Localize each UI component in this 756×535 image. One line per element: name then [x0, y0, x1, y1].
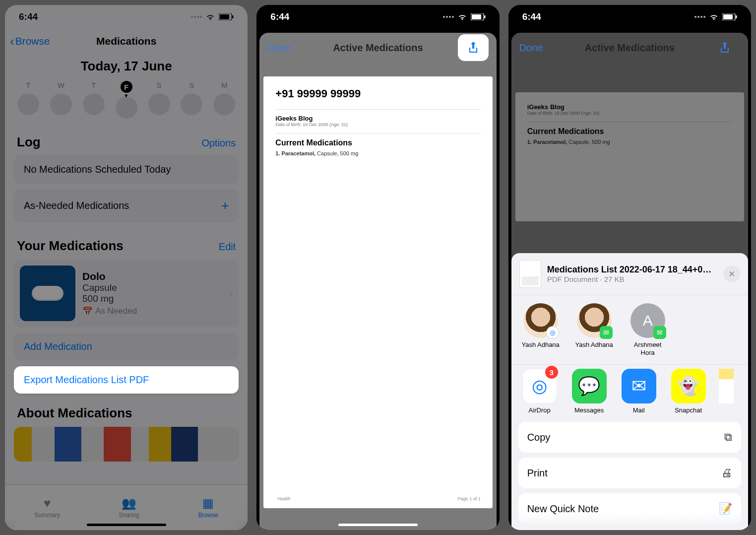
notes-icon [719, 369, 734, 403]
add-medication-button[interactable]: Add Medication [14, 333, 239, 360]
medication-strength: 500 mg [82, 293, 223, 304]
status-bar: 6:44 [508, 5, 751, 29]
messages-badge-icon: ✉ [653, 326, 666, 339]
svg-rect-8 [736, 15, 737, 18]
wifi-icon [709, 13, 719, 21]
status-time: 6:44 [19, 11, 38, 22]
share-contact[interactable]: ◎ Yash Adhana [520, 303, 561, 356]
status-bar: 6:44 [5, 5, 248, 29]
share-contacts-row[interactable]: ◎ Yash Adhana ✉ Yash Adhana A✉ Arshmeet … [511, 295, 748, 364]
share-file-meta: PDF Document · 27 KB [547, 275, 717, 283]
status-time: 6:44 [522, 11, 541, 22]
pdf-section: Current Medications [275, 138, 480, 147]
battery-icon [219, 13, 234, 20]
file-icon [519, 260, 541, 288]
heart-icon: ♥ [44, 496, 51, 510]
pdf-patient-name: iGeeks Blog [275, 115, 480, 122]
nav-bar: ‹ Browse Medications [5, 29, 248, 54]
sheet-title: Active Medications [333, 42, 423, 54]
log-title: Log [17, 134, 41, 150]
snapchat-icon: 👻 [671, 369, 706, 403]
share-app-messages[interactable]: 💬 Messages [570, 369, 609, 414]
sheet-title: Active Medications [585, 42, 675, 54]
avatar: A✉ [630, 303, 665, 338]
action-copy[interactable]: Copy ⧉ [518, 422, 741, 453]
pdf-page: iGeeks Blog Date of Birth: 19 Dec 2000 (… [515, 92, 744, 221]
share-app-snapchat[interactable]: 👻 Snapchat [669, 369, 708, 414]
tab-summary[interactable]: ♥Summary [34, 496, 60, 519]
copy-icon: ⧉ [724, 431, 732, 444]
pdf-footer-brand: Health [275, 496, 290, 501]
chevron-left-icon: ‹ [10, 35, 14, 48]
medication-card[interactable]: Dolo Capsule 500 mg 📅As Needed › [14, 260, 239, 327]
tab-sharing[interactable]: 👥Sharing [119, 496, 139, 519]
date-header: Today, 17 June [5, 59, 248, 74]
medication-image [20, 266, 75, 321]
back-button[interactable]: ‹ Browse [10, 35, 50, 48]
home-indicator[interactable] [87, 524, 166, 526]
status-time: 6:44 [270, 11, 289, 22]
export-pdf-button[interactable]: Export Medications List PDF [14, 366, 239, 394]
svg-rect-2 [232, 15, 234, 18]
pdf-dob: Date of Birth: 19 Dec 2000 (Age: 21) [275, 122, 480, 127]
done-button[interactable]: Done [267, 42, 291, 54]
back-label: Browse [15, 35, 50, 47]
active-day[interactable]: F▾ [114, 81, 139, 119]
share-app-airdrop[interactable]: ◎ 3 AirDrop [520, 369, 559, 414]
notification-badge: 3 [545, 366, 558, 379]
pdf-phone: +91 99999 99999 [275, 87, 480, 100]
plus-icon[interactable]: + [221, 198, 229, 213]
share-button[interactable] [458, 34, 489, 61]
grid-icon: ▦ [202, 496, 214, 510]
share-contact[interactable]: ✉ Yash Adhana [574, 303, 615, 356]
page-title: Medications [96, 35, 156, 47]
share-apps-row[interactable]: ◎ 3 AirDrop 💬 Messages ✉ Mail 👻 Snapchat [511, 364, 748, 422]
share-file-name: Medications List 2022-06-17 18_44+0… [547, 265, 717, 275]
airdrop-badge-icon: ◎ [546, 326, 559, 339]
wifi-icon [457, 13, 467, 21]
medication-form: Capsule [82, 282, 223, 293]
calendar-icon: 📅 [82, 306, 93, 317]
options-link[interactable]: Options [201, 137, 236, 149]
close-icon: ✕ [728, 269, 735, 279]
share-icon [467, 41, 479, 55]
chevron-right-icon: › [230, 288, 233, 299]
share-icon [719, 41, 731, 55]
share-actions-2: Print 🖨 [518, 458, 741, 488]
battery-icon [471, 13, 486, 20]
done-button[interactable]: Done [519, 42, 543, 54]
as-needed-row[interactable]: As-Needed Medications + [14, 189, 239, 222]
pdf-med-line: 1. Paracetamol, Capsule, 500 mg [275, 150, 480, 156]
share-sheet: Medications List 2022-06-17 18_44+0… PDF… [511, 253, 748, 530]
caret-down-icon: ▾ [125, 92, 128, 99]
svg-rect-4 [472, 14, 481, 19]
svg-rect-1 [220, 14, 229, 19]
svg-rect-7 [723, 14, 733, 19]
about-title: About Medications [17, 405, 132, 421]
medication-frequency: 📅As Needed [82, 306, 223, 317]
pdf-preview-sheet: Done Active Medications +91 99999 99999 … [259, 33, 496, 530]
edit-link[interactable]: Edit [219, 241, 236, 253]
pdf-footer-page: Page 1 of 1 [458, 496, 481, 501]
avatar: ◎ [523, 303, 558, 338]
week-row[interactable]: T W T F▾ S S M [5, 81, 248, 119]
share-app-notes[interactable] [719, 369, 734, 414]
tab-browse[interactable]: ▦Browse [198, 496, 218, 519]
home-indicator[interactable] [338, 524, 418, 526]
your-meds-title: Your Medications [17, 238, 124, 254]
battery-icon [722, 13, 737, 20]
mail-icon: ✉ [622, 369, 656, 403]
people-icon: 👥 [122, 496, 136, 510]
share-button[interactable] [709, 34, 740, 61]
messages-icon: 💬 [572, 369, 607, 403]
share-contact[interactable]: A✉ Arshmeet Hora [628, 303, 668, 356]
close-button[interactable]: ✕ [723, 266, 740, 282]
pdf-page[interactable]: +91 99999 99999 iGeeks Blog Date of Birt… [263, 76, 492, 508]
avatar: ✉ [577, 303, 612, 338]
messages-badge-icon: ✉ [600, 326, 613, 339]
share-app-mail[interactable]: ✉ Mail [620, 369, 658, 414]
status-bar: 6:44 [256, 5, 499, 29]
share-actions: Copy ⧉ [518, 422, 741, 453]
action-print[interactable]: Print 🖨 [518, 458, 741, 488]
about-banner[interactable] [14, 427, 239, 462]
